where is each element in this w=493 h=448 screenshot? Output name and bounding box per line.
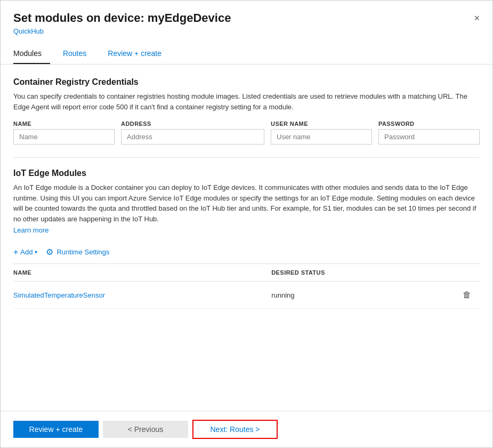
password-input[interactable] bbox=[378, 129, 480, 145]
dialog-footer: Review + create < Previous Next: Routes … bbox=[1, 411, 492, 447]
col-status-header: DESIRED STATUS bbox=[271, 264, 429, 282]
plus-icon: + bbox=[13, 248, 18, 257]
add-label: Add bbox=[20, 248, 33, 256]
registry-form: NAME ADDRESS USER NAME PASSWORD bbox=[13, 121, 480, 145]
username-input[interactable] bbox=[271, 129, 372, 145]
previous-button[interactable]: < Previous bbox=[103, 421, 188, 438]
name-field: NAME bbox=[13, 121, 115, 145]
section-divider bbox=[13, 157, 480, 158]
username-label: USER NAME bbox=[271, 121, 372, 127]
iot-section-title: IoT Edge Modules bbox=[13, 169, 480, 178]
delete-module-button[interactable]: 🗑 bbox=[460, 288, 473, 302]
runtime-label: Runtime Settings bbox=[56, 248, 109, 256]
content-area: Container Registry Credentials You can s… bbox=[1, 65, 492, 411]
tabs-container: Modules Routes Review + create bbox=[1, 44, 492, 65]
password-label: PASSWORD bbox=[378, 121, 480, 127]
gear-icon: ⚙ bbox=[46, 247, 53, 257]
iot-modules-section: IoT Edge Modules An IoT Edge module is a… bbox=[13, 169, 480, 309]
review-create-button[interactable]: Review + create bbox=[13, 421, 99, 438]
name-input[interactable] bbox=[13, 129, 115, 145]
address-input[interactable] bbox=[121, 129, 264, 145]
tab-modules[interactable]: Modules bbox=[13, 44, 50, 64]
modules-table: NAME DESIRED STATUS SimulatedTemperature… bbox=[13, 264, 480, 309]
registry-section-title: Container Registry Credentials bbox=[13, 77, 480, 87]
module-actions-cell: 🗑 bbox=[429, 282, 480, 309]
module-name-cell[interactable]: SimulatedTemperatureSensor bbox=[13, 282, 271, 309]
close-button[interactable]: × bbox=[472, 11, 482, 25]
address-field: ADDRESS bbox=[121, 121, 264, 145]
registry-description: You can specify credentials to container… bbox=[13, 91, 480, 112]
tab-review-create[interactable]: Review + create bbox=[108, 44, 170, 64]
iot-description: An IoT Edge module is a Docker container… bbox=[13, 182, 480, 224]
runtime-settings-button[interactable]: ⚙ Runtime Settings bbox=[46, 245, 109, 259]
set-modules-dialog: Set modules on device: myEdgeDevice Quic… bbox=[0, 0, 493, 448]
tab-routes[interactable]: Routes bbox=[63, 44, 95, 64]
address-label: ADDRESS bbox=[121, 121, 264, 127]
dialog-title: Set modules on device: myEdgeDevice bbox=[13, 11, 480, 25]
table-row: SimulatedTemperatureSensor running 🗑 bbox=[13, 282, 480, 309]
modules-toolbar: + Add ▾ ⚙ Runtime Settings bbox=[13, 245, 480, 259]
dialog-header: Set modules on device: myEdgeDevice Quic… bbox=[1, 1, 492, 39]
col-name-header: NAME bbox=[13, 264, 271, 282]
module-status-cell: running bbox=[271, 282, 429, 309]
dialog-subtitle[interactable]: QuickHub bbox=[13, 27, 480, 35]
name-label: NAME bbox=[13, 121, 115, 127]
username-field: USER NAME bbox=[271, 121, 372, 145]
col-actions-header bbox=[429, 264, 480, 282]
next-routes-button[interactable]: Next: Routes > bbox=[192, 420, 278, 439]
learn-more-link[interactable]: Learn more bbox=[13, 226, 49, 234]
add-button[interactable]: + Add ▾ bbox=[13, 246, 37, 259]
password-field: PASSWORD bbox=[378, 121, 480, 145]
chevron-down-icon: ▾ bbox=[35, 249, 37, 255]
registry-section: Container Registry Credentials You can s… bbox=[13, 77, 480, 145]
